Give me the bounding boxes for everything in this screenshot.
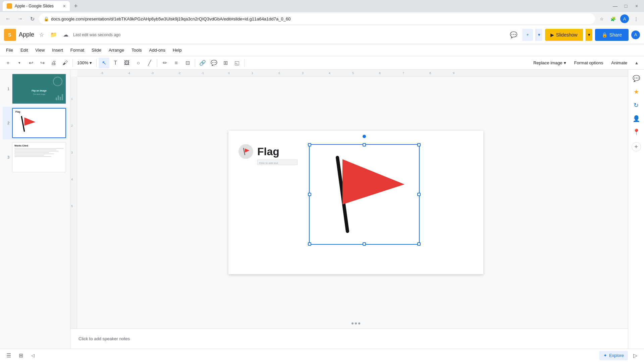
slide-thumb-2[interactable]: 2 Flag — [3, 107, 67, 139]
active-tab[interactable]: Apple - Google Slides × — [3, 1, 70, 11]
handle-br[interactable] — [417, 242, 421, 246]
toolbar-textbox-btn[interactable]: T — [110, 58, 121, 68]
toolbar-collapse-btn[interactable]: ▲ — [632, 58, 641, 68]
notes-area[interactable]: Click to add speaker notes — [70, 328, 628, 349]
handle-ml[interactable] — [308, 193, 311, 196]
toolbar-shapes-btn[interactable]: ○ — [133, 58, 144, 68]
handle-mr[interactable] — [417, 193, 421, 196]
lock-share-icon: 🔒 — [602, 32, 607, 38]
slide-thumb-3[interactable]: 3 Works Cited — [3, 141, 67, 174]
toolbar-divider-5 — [244, 59, 245, 67]
toolbar-image-btn[interactable]: 🖼 — [121, 58, 132, 68]
lock-icon: 🔒 — [44, 16, 49, 21]
handle-tl[interactable] — [308, 143, 311, 146]
menu-arrange[interactable]: Arrange — [105, 46, 127, 55]
forward-btn[interactable]: → — [15, 13, 25, 24]
toolbar-distribute-btn[interactable]: ⊟ — [182, 58, 193, 68]
slideshow-btn[interactable]: ▶ Slideshow — [545, 29, 583, 41]
close-window-btn[interactable]: × — [632, 1, 641, 11]
right-panel-person-btn[interactable]: 👤 — [630, 113, 642, 125]
format-options-btn[interactable]: Format options — [571, 58, 607, 68]
menu-tools[interactable]: Tools — [128, 46, 145, 55]
slide-preview-3: Works Cited — [12, 142, 66, 172]
bookmark-btn[interactable]: ☆ — [596, 13, 607, 24]
replace-image-btn[interactable]: Replace image ▾ — [530, 58, 570, 68]
menu-format[interactable]: Format — [67, 46, 88, 55]
toolbar-undo-dropdown[interactable]: ▾ — [14, 58, 25, 68]
flag-subtitle-box[interactable]: Click to add text — [257, 160, 298, 165]
menu-insert[interactable]: Insert — [49, 46, 66, 55]
right-panel-refresh-btn[interactable]: ↻ — [630, 99, 642, 111]
maximize-btn[interactable]: □ — [621, 1, 631, 11]
menu-slide[interactable]: Slide — [88, 46, 105, 55]
toolbar-crop-btn[interactable]: ⊞ — [220, 58, 231, 68]
toolbar-link-btn[interactable]: 🔗 — [197, 58, 208, 68]
slide-thumb-1[interactable]: 1 Flip an Image The stock image — [3, 72, 67, 105]
slides-grid-view-btn[interactable]: ⊞ — [16, 351, 25, 360]
user-avatar[interactable]: A — [631, 31, 640, 39]
svg-text:2: 2 — [71, 124, 73, 127]
right-panel-add-btn[interactable]: + — [632, 142, 641, 152]
toolbar-mask-btn[interactable]: ◱ — [231, 58, 242, 68]
address-bar[interactable]: 🔒 docs.google.com/presentation/d/1ebTKA9… — [39, 13, 595, 24]
menu-help[interactable]: Help — [169, 46, 185, 55]
handle-bl[interactable] — [308, 242, 311, 246]
rotate-handle[interactable] — [363, 135, 366, 138]
svg-marker-28 — [342, 159, 405, 204]
replace-image-label: Replace image — [533, 60, 562, 65]
menu-btn[interactable]: ⋮ — [631, 13, 641, 24]
toolbar-print-btn[interactable]: 🖨 — [48, 58, 59, 68]
toolbar-line-btn[interactable]: ╱ — [144, 58, 155, 68]
add-slide-btn[interactable]: + — [522, 29, 533, 41]
toolbar-pen-btn[interactable]: ✏ — [159, 58, 170, 68]
toolbar-select-btn[interactable]: ↖ — [99, 58, 109, 68]
new-tab-btn[interactable]: + — [71, 1, 80, 11]
menu-file[interactable]: File — [3, 46, 16, 55]
slide3-title-preview: Works Cited — [14, 144, 64, 147]
menu-view[interactable]: View — [32, 46, 48, 55]
menu-addons[interactable]: Add-ons — [146, 46, 169, 55]
handle-bm[interactable] — [363, 242, 366, 246]
bottom-expand-btn[interactable]: ▷ — [631, 351, 640, 360]
cloud-btn[interactable]: ☁ — [61, 30, 70, 40]
handle-tm[interactable] — [363, 143, 366, 146]
animate-btn[interactable]: Animate — [608, 58, 631, 68]
panel-collapse-btn[interactable]: ◁ — [28, 351, 38, 360]
slide-canvas: Flag Click to add text — [228, 131, 483, 274]
toolbar-paintformat-btn[interactable]: 🖌 — [60, 58, 70, 68]
share-btn[interactable]: 🔒 Share — [595, 29, 629, 41]
explore-btn[interactable]: ✦ Explore — [599, 351, 628, 360]
move-btn[interactable]: 📁 — [49, 30, 58, 40]
extensions-btn[interactable]: 🧩 — [608, 13, 619, 24]
slideshow-label: Slideshow — [556, 32, 578, 38]
profile-circle-btn[interactable]: A — [619, 13, 630, 24]
star-btn[interactable]: ☆ — [37, 30, 46, 40]
toolbar-add-btn[interactable]: + — [3, 58, 13, 68]
right-panel-star-btn[interactable]: ★ — [630, 86, 642, 98]
slide-flag-title: Flag — [257, 145, 279, 158]
comment-btn[interactable]: 💬 — [507, 29, 520, 41]
toolbar-comment-btn[interactable]: 💬 — [209, 58, 219, 68]
back-btn[interactable]: ← — [3, 13, 13, 24]
right-panel-map-btn[interactable]: 📍 — [630, 126, 642, 138]
zoom-value: 100% — [77, 60, 88, 65]
reload-btn[interactable]: ↻ — [27, 13, 38, 24]
handle-tr[interactable] — [417, 143, 421, 146]
add-slide-dropdown[interactable]: ▾ — [536, 29, 542, 41]
tab-title: Apple - Google Slides — [15, 4, 60, 8]
flag-image-selected[interactable] — [309, 144, 420, 245]
bottom-right: ✦ Explore ▷ — [599, 351, 640, 360]
address-text: docs.google.com/presentation/d/1ebTKA9kP… — [51, 16, 590, 21]
slide2-flag-preview — [19, 115, 37, 133]
right-panel-chat-btn[interactable]: 💬 — [630, 72, 642, 84]
menu-edit[interactable]: Edit — [17, 46, 31, 55]
slideshow-dropdown[interactable]: ▾ — [586, 29, 592, 41]
toolbar-undo-btn[interactable]: ↩ — [25, 58, 36, 68]
minimize-btn[interactable]: — — [610, 1, 620, 11]
toolbar-zoom[interactable]: 100% ▾ — [75, 58, 94, 68]
tab-close-btn[interactable]: × — [63, 3, 66, 9]
toolbar-redo-btn[interactable]: ↪ — [37, 58, 48, 68]
slides-list-view-btn[interactable]: ☰ — [4, 351, 13, 360]
toolbar-align-btn[interactable]: ≡ — [171, 58, 181, 68]
slide-canvas-wrapper[interactable]: Flag Click to add text — [84, 76, 628, 328]
